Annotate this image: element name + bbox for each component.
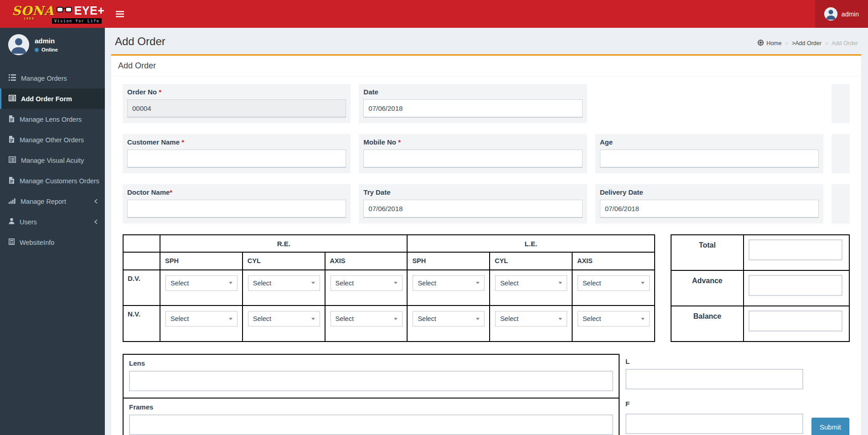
form-row-3: Doctor Name* Try Date Delivery Date (123, 184, 850, 223)
caret-down-icon (558, 282, 562, 284)
f-field[interactable] (625, 414, 803, 434)
user-icon (9, 218, 15, 226)
dv-le-axis-select[interactable]: Select (578, 275, 650, 291)
sidebar-item-manage-customers-orders[interactable]: Manage Customers Orders (0, 171, 105, 191)
breadcrumb-separator: > (825, 41, 828, 46)
order-no-field (127, 99, 346, 118)
add-order-form: Order No * Date Customer Name * Mobile N… (111, 77, 861, 435)
sidebar-item-users[interactable]: Users (0, 212, 105, 232)
dashboard-icon (758, 40, 764, 47)
doctor-name-field[interactable] (127, 200, 346, 218)
l-group: L (625, 357, 850, 389)
caret-down-icon (476, 318, 480, 320)
caret-down-icon (558, 318, 562, 320)
try-date-field[interactable] (363, 200, 582, 218)
logo-eye-text: EYE+ (74, 5, 105, 16)
age-label: Age (600, 138, 819, 146)
sidebar-item-manage-lens-orders[interactable]: Manage Lens Orders (0, 109, 105, 129)
file-icon (9, 136, 15, 144)
breadcrumb-separator: > (785, 41, 788, 46)
frames-label: Frames (129, 403, 613, 411)
nv-row-label: N.V. (123, 306, 160, 342)
le-axis-header: AXIS (572, 252, 655, 269)
try-date-group: Try Date (359, 184, 587, 223)
f-group: F Submit (625, 400, 850, 435)
nv-le-cyl-select[interactable]: Select (495, 311, 567, 326)
file-icon (9, 115, 15, 124)
bar-chart-icon (9, 198, 16, 205)
date-label: Date (363, 88, 582, 96)
total-field[interactable] (749, 239, 842, 260)
website-info-icon (9, 238, 15, 246)
l-field[interactable] (625, 369, 803, 389)
file-icon (9, 177, 15, 185)
online-status-dot (35, 48, 39, 52)
dv-le-sph-select[interactable]: Select (413, 275, 485, 291)
balance-label: Balance (671, 306, 744, 342)
mobile-no-group: Mobile No * (359, 134, 587, 173)
th-list-icon (9, 74, 16, 82)
rx-corner-cell (123, 235, 160, 252)
lens-label: Lens (129, 359, 613, 367)
user-avatar (824, 7, 837, 21)
sidebar-item-manage-orders[interactable]: Manage Orders (0, 68, 105, 88)
caret-down-icon (229, 282, 232, 284)
sidebar-item-websiteinfo[interactable]: WebsiteInfo (0, 232, 105, 253)
sidebar-item-manage-other-orders[interactable]: Manage Other Orders (0, 129, 105, 150)
content-area: Add Order Home > >Add Order > Add Order … (105, 28, 868, 435)
nv-re-cyl-select[interactable]: Select (248, 311, 320, 326)
user-menu[interactable]: admin (815, 0, 868, 28)
content-header: Add Order Home > >Add Order > Add Order (105, 28, 868, 53)
date-field[interactable] (363, 99, 582, 118)
lens-field[interactable] (129, 371, 613, 391)
user-status: Online (35, 47, 58, 52)
try-date-label: Try Date (363, 188, 582, 196)
dv-re-cyl-select[interactable]: Select (248, 275, 320, 291)
frames-field[interactable] (129, 414, 613, 435)
le-cyl-header: CYL (490, 252, 572, 269)
doctor-name-label: Doctor Name* (127, 188, 346, 196)
top-navbar: SONA1904 EYE+ Vision for Life admin (0, 0, 868, 28)
delivery-date-field[interactable] (600, 200, 819, 218)
form-row-2: Customer Name * Mobile No * Age (123, 134, 850, 173)
breadcrumb-add-order-link[interactable]: >Add Order (792, 40, 822, 47)
nv-le-axis-select[interactable]: Select (578, 311, 650, 326)
nv-re-axis-select[interactable]: Select (331, 311, 403, 326)
sidebar-toggle-button[interactable] (111, 0, 129, 28)
required-asterisk: * (398, 138, 401, 146)
caret-down-icon (641, 282, 645, 284)
doctor-name-group: Doctor Name* (123, 184, 351, 223)
dv-le-cyl-select[interactable]: Select (495, 275, 567, 291)
sidebar-menu: Manage Orders Add Order Form Manage Lens… (0, 68, 105, 253)
age-field[interactable] (600, 150, 819, 168)
box-title: Add Order (111, 56, 861, 77)
app-logo[interactable]: SONA1904 EYE+ Vision for Life (0, 0, 105, 28)
sidebar-item-manage-visual-acuity[interactable]: Manage Visual Acuity (0, 150, 105, 171)
dv-row-label: D.V. (123, 270, 160, 306)
nv-le-sph-select[interactable]: Select (413, 311, 485, 326)
hamburger-icon (116, 11, 124, 17)
right-eye-header: R.E. (160, 235, 407, 252)
caret-down-icon (229, 318, 232, 320)
sidebar-item-add-order-form[interactable]: Add Order Form (0, 88, 105, 109)
add-order-box: Add Order Order No * Date Customer Name … (111, 54, 861, 435)
empty-cell (595, 84, 823, 123)
le-sph-header: SPH (407, 252, 490, 269)
customer-name-field[interactable] (127, 150, 346, 168)
date-group: Date (359, 84, 587, 123)
logo-tagline: Vision for Life (52, 18, 102, 24)
balance-field[interactable] (749, 311, 842, 331)
age-group: Age (595, 134, 823, 173)
dv-re-sph-select[interactable]: Select (165, 275, 238, 291)
mobile-no-field[interactable] (363, 150, 582, 168)
nv-re-sph-select[interactable]: Select (165, 311, 238, 326)
chevron-left-icon (94, 218, 98, 226)
logo-year-text: 1904 (24, 17, 35, 20)
dv-re-axis-select[interactable]: Select (331, 275, 403, 291)
rx-corner-cell (123, 252, 160, 269)
breadcrumb-home[interactable]: Home (758, 40, 781, 47)
sidebar-item-manage-report[interactable]: Manage Report (0, 191, 105, 212)
list-alt-icon (9, 95, 16, 103)
submit-button[interactable]: Submit (811, 418, 849, 435)
advance-field[interactable] (749, 275, 842, 296)
